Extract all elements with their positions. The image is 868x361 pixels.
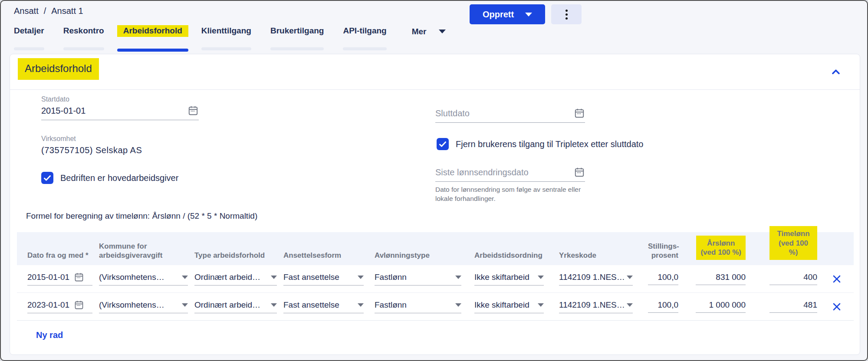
highlighted-header: Timelønn (ved 100 %)	[769, 226, 817, 260]
caret-down-icon	[271, 276, 277, 279]
row-ansettelsesform-select[interactable]: Fast ansettelse	[283, 300, 364, 313]
row-yrkeskode-select[interactable]: 1142109 1.NES…	[559, 300, 633, 313]
fjern-tilgang-checkbox-row[interactable]: Fjern brukerens tilgang til Tripletex et…	[437, 138, 643, 150]
select-value: Ordinært arbeid…	[194, 300, 260, 310]
row-arbeidstidsordning-select[interactable]: Ikke skiftarbeid	[474, 300, 544, 313]
breadcrumb-parent[interactable]: Ansatt	[14, 6, 39, 16]
close-x-icon	[832, 274, 842, 284]
row-type-select[interactable]: Ordinært arbeid…	[194, 272, 277, 286]
row-avlonningstype-select[interactable]: Fastlønn	[375, 272, 461, 286]
caret-down-icon	[358, 303, 364, 307]
table-row: 2015-01-01 (Virksomhetens… Ordinært arbe	[17, 265, 854, 293]
row-date-value: 2023-01-01	[27, 300, 69, 310]
delete-row-button[interactable]	[830, 272, 843, 286]
calendar-icon[interactable]	[574, 108, 585, 119]
row-date-input[interactable]: 2023-01-01	[27, 300, 92, 313]
select-value: Ikke skiftarbeid	[474, 300, 529, 310]
tab-label: Brukertilgang	[270, 25, 324, 36]
create-button[interactable]: Opprett	[470, 4, 545, 24]
caret-down-icon	[538, 276, 544, 279]
startdato-label: Startdato	[41, 95, 199, 103]
row-stillingsprosent-input[interactable]: 100,0	[648, 272, 678, 285]
app-window: Ansatt / Ansatt 1 Opprett Detaljer Resko…	[0, 0, 868, 361]
select-value: Fastlønn	[375, 272, 407, 282]
arbeidsforhold-panel: Arbeidsforhold Startdato 2015-01-01	[10, 54, 860, 355]
col-header-yrkeskode: Yrkeskode	[559, 251, 633, 260]
hovedarbeidsgiver-label: Bedriften er hovedarbeidsgiver	[60, 173, 178, 183]
caret-down-icon	[182, 276, 188, 279]
caret-down-icon	[182, 303, 188, 307]
row-yrkeskode-select[interactable]: 1142109 1.NES…	[559, 272, 633, 286]
select-value: (Virksomhetens…	[99, 300, 164, 310]
caret-down-icon	[358, 276, 364, 279]
col-header-avlonningstype: Avlønningstype	[375, 251, 461, 260]
new-row-link[interactable]: Ny rad	[36, 330, 63, 340]
select-value: Fast ansettelse	[283, 300, 339, 310]
calendar-icon[interactable]	[187, 105, 199, 116]
caret-down-icon	[455, 276, 461, 279]
select-value: Ikke skiftarbeid	[474, 272, 529, 282]
row-date-value: 2015-01-01	[27, 272, 69, 282]
tab-reskontro[interactable]: Reskontro	[63, 25, 104, 50]
tab-mer-dropdown[interactable]: Mer	[412, 25, 446, 36]
table-header-row: Dato fra og med * Kommune for arbeidsgiv…	[17, 232, 854, 265]
chevron-up-icon	[830, 66, 842, 78]
row-avlonningstype-select[interactable]: Fastlønn	[375, 300, 461, 313]
calendar-icon[interactable]	[74, 272, 84, 282]
row-ansettelsesform-select[interactable]: Fast ansettelse	[283, 272, 364, 286]
siste-lonnsendringsdato-input[interactable]: Siste lønnsendringsdato	[435, 167, 585, 182]
virksomhet-value: (735757105) Selskap AS	[41, 145, 142, 155]
row-arbeidstidsordning-select[interactable]: Ikke skiftarbeid	[474, 272, 544, 286]
calendar-icon[interactable]	[574, 167, 585, 178]
caret-down-icon	[627, 303, 633, 307]
select-value: 1142109 1.NES…	[559, 300, 625, 310]
caret-down-icon	[271, 303, 277, 307]
row-arslonn-input[interactable]: 1 000 000	[696, 300, 746, 313]
tab-klienttilgang[interactable]: Klienttilgang	[201, 25, 251, 50]
tab-label: API-tilgang	[343, 25, 386, 36]
timelonn-formula-text: Formel for beregning av timelønn: Årsløn…	[26, 211, 257, 221]
select-value: Fast ansettelse	[283, 272, 339, 282]
checkbox-checked-icon[interactable]	[41, 172, 53, 184]
caret-down-icon	[538, 303, 544, 307]
delete-row-button[interactable]	[830, 300, 843, 313]
hovedarbeidsgiver-checkbox-row[interactable]: Bedriften er hovedarbeidsgiver	[41, 172, 178, 184]
col-header-kommune: Kommune for arbeidsgiveravgift	[99, 242, 188, 260]
highlighted-header: Årslønn (ved 100 %)	[696, 236, 746, 260]
new-row-area: Ny rad	[17, 321, 854, 351]
row-kommune-select[interactable]: (Virksomhetens…	[99, 300, 188, 313]
row-date-input[interactable]: 2015-01-01	[27, 272, 92, 286]
select-value: Fastlønn	[375, 300, 407, 310]
caret-down-icon	[455, 303, 461, 307]
breadcrumb-current: Ansatt 1	[51, 6, 83, 16]
table-row: 2023-01-01 (Virksomhetens… Ordinært arbe	[17, 293, 854, 321]
select-value: 1142109 1.NES…	[559, 272, 625, 282]
row-arslonn-input[interactable]: 831 000	[696, 272, 746, 285]
tab-detaljer[interactable]: Detaljer	[14, 25, 44, 50]
select-value: (Virksomhetens…	[99, 272, 164, 282]
calendar-icon[interactable]	[74, 300, 84, 310]
col-header-arbeidstidsordning: Arbeidstidsordning	[474, 251, 544, 260]
col-header-ansettelsesform: Ansettelsesform	[283, 251, 364, 260]
row-timelonn-input[interactable]: 400	[769, 272, 817, 285]
row-type-select[interactable]: Ordinært arbeid…	[194, 300, 277, 313]
row-kommune-select[interactable]: (Virksomhetens…	[99, 272, 188, 286]
col-header-timelonn: Timelønn (ved 100 %)	[769, 226, 817, 260]
tab-label: Klienttilgang	[201, 25, 251, 36]
row-timelonn-input[interactable]: 481	[769, 300, 817, 313]
sluttdato-input[interactable]: Sluttdato	[435, 108, 585, 123]
tab-label: Reskontro	[63, 25, 104, 36]
collapse-section-button[interactable]	[828, 64, 844, 80]
virksomhet-field: Virksomhet (735757105) Selskap AS	[41, 135, 142, 155]
startdato-input[interactable]: 2015-01-01	[41, 105, 199, 120]
more-menu-button[interactable]	[551, 4, 582, 24]
row-stillingsprosent-input[interactable]: 100,0	[648, 300, 678, 313]
chevron-down-icon	[439, 30, 446, 33]
tab-arbeidsforhold[interactable]: Arbeidsforhold	[117, 25, 188, 52]
checkbox-checked-icon[interactable]	[437, 138, 449, 150]
tab-api-tilgang[interactable]: API-tilgang	[343, 25, 386, 50]
tab-brukertilgang[interactable]: Brukertilgang	[270, 25, 324, 50]
sluttdato-placeholder: Sluttdato	[435, 108, 470, 118]
startdato-value: 2015-01-01	[41, 105, 85, 116]
section-title: Arbeidsforhold	[18, 58, 99, 80]
